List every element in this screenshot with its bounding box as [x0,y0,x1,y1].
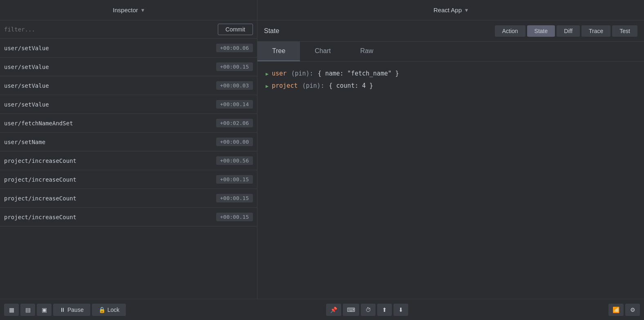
action-time: +00:00.15 [216,62,253,71]
action-time: +00:00.00 [216,138,253,146]
action-list: user/setValue +00:00.06 user/setValue +0… [0,39,257,299]
tab-diff[interactable]: Diff [557,25,580,37]
pin-button[interactable]: 📌 [326,304,341,316]
pause-icon: ⏸ [60,307,65,313]
bottom-bar-right: 📶 ⚙ [608,304,640,316]
signal-icon: 📶 [613,307,619,313]
tab-state[interactable]: State [527,25,555,37]
action-item[interactable]: user/setName +00:00.00 [0,133,257,151]
action-item[interactable]: user/setValue +00:00.06 [0,39,257,58]
pause-label: Pause [67,307,84,313]
sub-tab-raw[interactable]: Raw [345,42,388,61]
tree-key: project [272,82,297,89]
react-app-title: React App [434,7,462,13]
right-header: State ActionStateDiffTraceTest [257,20,644,42]
commit-button[interactable]: Commit [218,24,253,35]
grid1-button[interactable]: ▦ [4,304,19,316]
tree-expand-arrow[interactable]: ▶ [266,71,268,77]
action-item[interactable]: user/fetchNameAndSet +00:02.06 [0,114,257,133]
filter-input[interactable] [4,26,215,33]
action-time: +00:00.14 [216,100,253,109]
action-item[interactable]: user/setValue +00:00.15 [0,58,257,76]
tree-content: ▶ user (pin): { name: "fetch_name" } ▶ p… [257,62,644,299]
sub-tab-chart[interactable]: Chart [300,42,345,61]
sub-tabs: TreeChartRaw [257,42,644,62]
bottom-bar: ▦ ▤ ▣ ⏸ Pause 🔒 Lock 📌 ⌨ ⏱ ⬆ ⬇ 📶 [0,299,644,320]
tab-test[interactable]: Test [612,25,637,37]
action-time: +00:00.56 [216,156,253,165]
action-item[interactable]: project/increaseCount +00:00.15 [0,189,257,208]
settings-button[interactable]: ⚙ [625,304,640,316]
action-name: user/setValue [4,45,49,51]
keyboard-icon: ⌨ [347,307,355,313]
pause-button[interactable]: ⏸ Pause [53,304,90,316]
settings-icon: ⚙ [630,307,635,313]
grid1-icon: ▦ [9,307,14,313]
action-item[interactable]: project/increaseCount +00:00.15 [0,170,257,189]
action-time: +00:00.15 [216,175,253,184]
tree-line: ▶ user (pin): { name: "fetch_name" } [266,70,636,77]
tab-trace[interactable]: Trace [581,25,610,37]
left-panel: Commit user/setValue +00:00.06 user/setV… [0,20,257,299]
lock-button[interactable]: 🔒 Lock [92,304,126,316]
react-app-dropdown-arrow[interactable]: ▼ [465,7,468,13]
action-name: project/increaseCount [4,214,76,220]
action-name: user/setValue [4,64,49,70]
grid2-icon: ▤ [25,307,31,313]
tree-value: { name: "fetch_name" } [318,70,399,77]
action-item[interactable]: project/increaseCount +00:00.56 [0,151,257,170]
download-button[interactable]: ⬇ [394,304,408,316]
tree-annotation: (pin): [287,70,317,77]
main-content: Commit user/setValue +00:00.06 user/setV… [0,20,644,299]
action-name: user/setValue [4,82,49,89]
pin-icon: 📌 [330,307,337,313]
tree-value: { count: 4 } [329,82,373,89]
timer-icon: ⏱ [365,307,371,313]
timer-button[interactable]: ⏱ [361,304,376,316]
right-panel: State ActionStateDiffTraceTest TreeChart… [257,20,644,299]
action-item[interactable]: project/increaseCount +00:00.15 [0,208,257,227]
inspector-title: Inspector [113,7,138,13]
action-time: +00:00.15 [216,213,253,221]
grid2-button[interactable]: ▤ [20,304,35,316]
action-item[interactable]: user/setValue +00:00.14 [0,95,257,114]
action-name: user/setValue [4,101,49,108]
action-name: project/increaseCount [4,158,76,164]
tree-line: ▶ project (pin): { count: 4 } [266,82,636,89]
action-time: +00:00.15 [216,194,253,202]
lock-icon: 🔒 [98,307,105,313]
grid3-icon: ▣ [42,307,47,313]
bottom-bar-center: 📌 ⌨ ⏱ ⬆ ⬇ [127,304,607,316]
action-name: project/increaseCount [4,195,76,202]
action-name: user/setName [4,139,45,145]
signal-button[interactable]: 📶 [608,304,624,316]
inspector-dropdown-arrow[interactable]: ▼ [141,7,144,13]
action-time: +00:00.03 [216,81,253,90]
filter-bar: Commit [0,20,257,39]
action-time: +00:00.06 [216,44,253,52]
upload-button[interactable]: ⬆ [377,304,392,316]
tab-buttons: ActionStateDiffTraceTest [495,25,637,37]
download-icon: ⬇ [398,307,403,313]
top-bar: Inspector ▼ React App ▼ [0,0,644,20]
inspector-title-area: Inspector ▼ [0,0,257,20]
action-item[interactable]: user/setValue +00:00.03 [0,76,257,95]
tree-key: user [272,70,286,77]
action-name: project/increaseCount [4,176,76,183]
upload-icon: ⬆ [382,307,387,313]
tree-expand-arrow[interactable]: ▶ [266,83,268,89]
keyboard-button[interactable]: ⌨ [343,304,359,316]
grid3-button[interactable]: ▣ [37,304,51,316]
sub-tab-tree[interactable]: Tree [257,42,300,61]
action-time: +00:02.06 [216,119,253,127]
state-label: State [264,27,495,35]
tab-action[interactable]: Action [495,25,525,37]
lock-label: Lock [107,307,120,313]
react-app-title-area: React App ▼ [257,7,644,13]
action-name: user/fetchNameAndSet [4,120,73,127]
tree-annotation: (pin): [298,82,328,89]
